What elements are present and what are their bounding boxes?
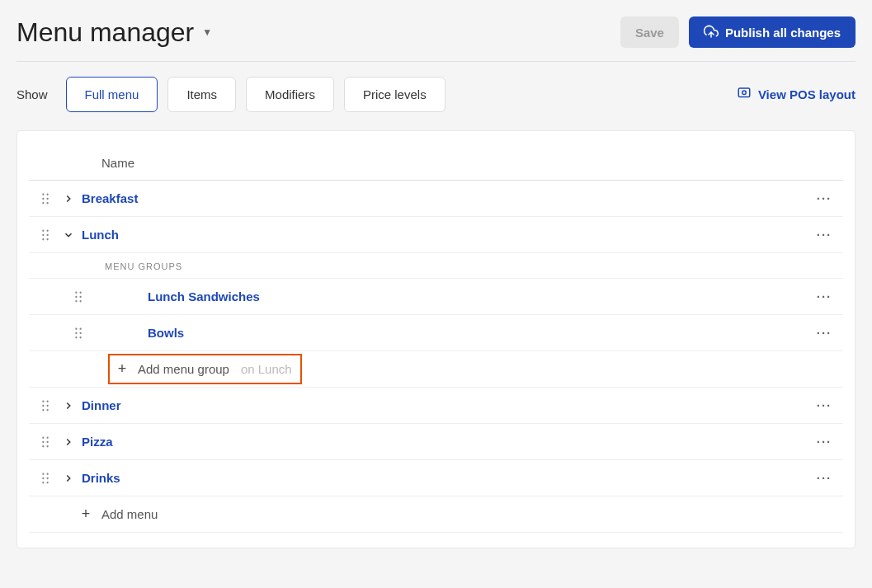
drag-handle-icon[interactable] (35, 229, 55, 241)
menu-groups-label: MENU GROUPS (29, 253, 843, 279)
tab-items[interactable]: Items (167, 77, 236, 112)
menu-row-breakfast: Breakfast ··· (29, 181, 843, 217)
svg-point-24 (75, 336, 77, 338)
group-row-sandwiches: Lunch Sandwiches ··· (29, 279, 843, 315)
tab-modifiers[interactable]: Modifiers (246, 77, 334, 112)
group-row-bowls: Bowls ··· (29, 315, 843, 351)
more-actions-icon[interactable]: ··· (812, 326, 837, 340)
svg-point-5 (46, 197, 48, 199)
menu-link-pizza[interactable]: Pizza (82, 435, 812, 449)
save-button: Save (620, 16, 679, 48)
svg-point-35 (46, 440, 48, 442)
svg-point-21 (79, 327, 81, 329)
preview-icon (737, 86, 752, 103)
plus-icon: + (115, 360, 130, 378)
more-actions-icon[interactable]: ··· (812, 398, 837, 412)
pos-link-label: View POS layout (758, 87, 856, 101)
drag-handle-icon[interactable] (35, 436, 55, 448)
svg-point-22 (75, 332, 77, 333)
svg-point-13 (46, 238, 48, 240)
svg-point-37 (46, 445, 48, 447)
menu-row-drinks: Drinks ··· (29, 460, 843, 496)
view-pos-layout-link[interactable]: View POS layout (737, 86, 856, 103)
page-title-wrap[interactable]: Menu manager ▼ (16, 17, 212, 48)
tab-full-menu[interactable]: Full menu (66, 77, 158, 112)
svg-point-26 (42, 400, 44, 402)
svg-point-41 (46, 477, 48, 478)
publish-label: Publish all changes (725, 26, 841, 40)
cloud-upload-icon (704, 25, 719, 40)
svg-point-6 (42, 202, 44, 204)
more-actions-icon[interactable]: ··· (812, 435, 837, 449)
add-menu-row[interactable]: + Add menu (29, 496, 843, 533)
menu-link-lunch[interactable]: Lunch (82, 228, 812, 242)
menu-link-breakfast[interactable]: Breakfast (82, 191, 812, 205)
svg-point-36 (42, 445, 44, 447)
svg-point-18 (75, 300, 77, 302)
svg-point-16 (75, 295, 77, 297)
more-actions-icon[interactable]: ··· (812, 191, 837, 205)
page-title: Menu manager (16, 17, 194, 48)
svg-point-34 (42, 440, 44, 442)
drag-handle-icon[interactable] (35, 400, 55, 412)
svg-point-29 (46, 404, 48, 406)
drag-handle-icon[interactable] (68, 291, 88, 303)
svg-point-39 (46, 473, 48, 474)
svg-point-40 (42, 477, 44, 478)
group-link-sandwiches[interactable]: Lunch Sandwiches (88, 289, 812, 303)
svg-point-10 (42, 233, 44, 235)
drag-handle-icon[interactable] (35, 473, 55, 484)
add-menu-label: Add menu (101, 507, 158, 521)
menu-row-lunch: Lunch ··· (29, 217, 843, 253)
svg-point-2 (42, 193, 44, 195)
menu-link-dinner[interactable]: Dinner (82, 398, 812, 412)
svg-point-8 (42, 229, 44, 231)
tab-price-levels[interactable]: Price levels (344, 77, 445, 112)
title-dropdown-caret-icon: ▼ (202, 26, 212, 38)
drag-handle-icon[interactable] (35, 193, 55, 205)
add-menu-group-row[interactable]: + Add menu group on Lunch (29, 351, 843, 388)
more-actions-icon[interactable]: ··· (812, 289, 837, 303)
add-menu-group-label: Add menu group (138, 362, 229, 376)
more-actions-icon[interactable]: ··· (812, 228, 837, 242)
svg-point-20 (75, 327, 77, 329)
more-actions-icon[interactable]: ··· (812, 471, 837, 485)
svg-point-4 (42, 197, 44, 199)
expand-toggle[interactable] (55, 400, 82, 412)
show-label: Show (16, 87, 48, 101)
expand-toggle[interactable] (55, 473, 82, 484)
svg-point-42 (42, 482, 44, 483)
table-header: Name (29, 146, 843, 181)
svg-point-30 (42, 409, 44, 411)
menu-row-dinner: Dinner ··· (29, 388, 843, 424)
svg-point-15 (79, 291, 81, 293)
svg-rect-0 (738, 88, 750, 97)
svg-point-12 (42, 238, 44, 240)
svg-point-11 (46, 233, 48, 235)
svg-point-33 (46, 436, 48, 438)
svg-point-31 (46, 409, 48, 411)
group-link-bowls[interactable]: Bowls (88, 326, 812, 340)
add-menu-group-suffix: on Lunch (241, 362, 292, 376)
svg-point-23 (79, 332, 81, 333)
plus-icon: + (78, 506, 93, 523)
svg-point-7 (46, 202, 48, 204)
svg-point-19 (79, 300, 81, 302)
svg-point-38 (42, 473, 44, 474)
svg-point-28 (42, 404, 44, 406)
svg-point-3 (46, 193, 48, 195)
svg-point-32 (42, 436, 44, 438)
menu-link-drinks[interactable]: Drinks (82, 471, 812, 485)
svg-point-9 (46, 229, 48, 231)
expand-toggle[interactable] (55, 193, 82, 205)
svg-point-27 (46, 400, 48, 402)
menu-row-pizza: Pizza ··· (29, 424, 843, 460)
svg-point-25 (79, 336, 81, 338)
collapse-toggle[interactable] (55, 229, 82, 241)
publish-button[interactable]: Publish all changes (689, 16, 856, 48)
svg-point-17 (79, 295, 81, 297)
svg-point-14 (75, 291, 77, 293)
drag-handle-icon[interactable] (68, 327, 88, 339)
svg-point-43 (46, 482, 48, 483)
expand-toggle[interactable] (55, 436, 82, 448)
